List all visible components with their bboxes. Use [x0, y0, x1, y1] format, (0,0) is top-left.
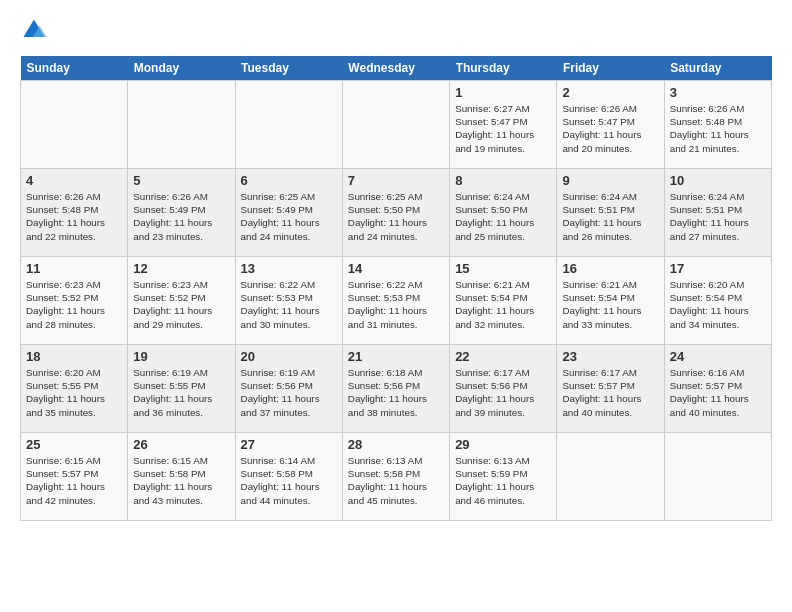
day-info: Sunrise: 6:24 AM Sunset: 5:51 PM Dayligh…: [670, 190, 766, 243]
logo: [20, 16, 52, 44]
calendar-cell: 11Sunrise: 6:23 AM Sunset: 5:52 PM Dayli…: [21, 257, 128, 345]
day-number: 17: [670, 261, 766, 276]
calendar-cell: 24Sunrise: 6:16 AM Sunset: 5:57 PM Dayli…: [664, 345, 771, 433]
calendar-cell: 26Sunrise: 6:15 AM Sunset: 5:58 PM Dayli…: [128, 433, 235, 521]
calendar-cell: 8Sunrise: 6:24 AM Sunset: 5:50 PM Daylig…: [450, 169, 557, 257]
day-info: Sunrise: 6:22 AM Sunset: 5:53 PM Dayligh…: [241, 278, 337, 331]
day-number: 15: [455, 261, 551, 276]
weekday-header-sunday: Sunday: [21, 56, 128, 81]
calendar-cell: 3Sunrise: 6:26 AM Sunset: 5:48 PM Daylig…: [664, 81, 771, 169]
day-number: 6: [241, 173, 337, 188]
day-number: 12: [133, 261, 229, 276]
day-number: 24: [670, 349, 766, 364]
calendar-cell: [557, 433, 664, 521]
calendar-cell: 13Sunrise: 6:22 AM Sunset: 5:53 PM Dayli…: [235, 257, 342, 345]
day-number: 28: [348, 437, 444, 452]
weekday-header-friday: Friday: [557, 56, 664, 81]
calendar-cell: 10Sunrise: 6:24 AM Sunset: 5:51 PM Dayli…: [664, 169, 771, 257]
day-number: 29: [455, 437, 551, 452]
calendar-cell: 12Sunrise: 6:23 AM Sunset: 5:52 PM Dayli…: [128, 257, 235, 345]
day-number: 27: [241, 437, 337, 452]
day-info: Sunrise: 6:23 AM Sunset: 5:52 PM Dayligh…: [133, 278, 229, 331]
day-info: Sunrise: 6:15 AM Sunset: 5:57 PM Dayligh…: [26, 454, 122, 507]
calendar-cell: 1Sunrise: 6:27 AM Sunset: 5:47 PM Daylig…: [450, 81, 557, 169]
day-number: 1: [455, 85, 551, 100]
day-info: Sunrise: 6:27 AM Sunset: 5:47 PM Dayligh…: [455, 102, 551, 155]
calendar-cell: [664, 433, 771, 521]
calendar-cell: 9Sunrise: 6:24 AM Sunset: 5:51 PM Daylig…: [557, 169, 664, 257]
day-number: 19: [133, 349, 229, 364]
day-number: 23: [562, 349, 658, 364]
day-info: Sunrise: 6:21 AM Sunset: 5:54 PM Dayligh…: [562, 278, 658, 331]
day-info: Sunrise: 6:24 AM Sunset: 5:51 PM Dayligh…: [562, 190, 658, 243]
day-info: Sunrise: 6:13 AM Sunset: 5:58 PM Dayligh…: [348, 454, 444, 507]
day-info: Sunrise: 6:26 AM Sunset: 5:47 PM Dayligh…: [562, 102, 658, 155]
day-info: Sunrise: 6:26 AM Sunset: 5:48 PM Dayligh…: [670, 102, 766, 155]
day-number: 3: [670, 85, 766, 100]
weekday-header-monday: Monday: [128, 56, 235, 81]
calendar-body: 1Sunrise: 6:27 AM Sunset: 5:47 PM Daylig…: [21, 81, 772, 521]
calendar-cell: 22Sunrise: 6:17 AM Sunset: 5:56 PM Dayli…: [450, 345, 557, 433]
day-info: Sunrise: 6:17 AM Sunset: 5:57 PM Dayligh…: [562, 366, 658, 419]
day-info: Sunrise: 6:20 AM Sunset: 5:54 PM Dayligh…: [670, 278, 766, 331]
calendar-week-1: 1Sunrise: 6:27 AM Sunset: 5:47 PM Daylig…: [21, 81, 772, 169]
day-info: Sunrise: 6:25 AM Sunset: 5:50 PM Dayligh…: [348, 190, 444, 243]
day-number: 21: [348, 349, 444, 364]
day-info: Sunrise: 6:20 AM Sunset: 5:55 PM Dayligh…: [26, 366, 122, 419]
day-info: Sunrise: 6:23 AM Sunset: 5:52 PM Dayligh…: [26, 278, 122, 331]
day-info: Sunrise: 6:26 AM Sunset: 5:49 PM Dayligh…: [133, 190, 229, 243]
calendar-week-3: 11Sunrise: 6:23 AM Sunset: 5:52 PM Dayli…: [21, 257, 772, 345]
calendar-cell: 6Sunrise: 6:25 AM Sunset: 5:49 PM Daylig…: [235, 169, 342, 257]
day-info: Sunrise: 6:15 AM Sunset: 5:58 PM Dayligh…: [133, 454, 229, 507]
calendar-cell: 27Sunrise: 6:14 AM Sunset: 5:58 PM Dayli…: [235, 433, 342, 521]
day-info: Sunrise: 6:19 AM Sunset: 5:55 PM Dayligh…: [133, 366, 229, 419]
day-info: Sunrise: 6:14 AM Sunset: 5:58 PM Dayligh…: [241, 454, 337, 507]
day-number: 13: [241, 261, 337, 276]
calendar-cell: 28Sunrise: 6:13 AM Sunset: 5:58 PM Dayli…: [342, 433, 449, 521]
calendar-cell: 2Sunrise: 6:26 AM Sunset: 5:47 PM Daylig…: [557, 81, 664, 169]
day-number: 11: [26, 261, 122, 276]
day-info: Sunrise: 6:24 AM Sunset: 5:50 PM Dayligh…: [455, 190, 551, 243]
day-info: Sunrise: 6:25 AM Sunset: 5:49 PM Dayligh…: [241, 190, 337, 243]
calendar-week-4: 18Sunrise: 6:20 AM Sunset: 5:55 PM Dayli…: [21, 345, 772, 433]
day-info: Sunrise: 6:26 AM Sunset: 5:48 PM Dayligh…: [26, 190, 122, 243]
calendar-header: SundayMondayTuesdayWednesdayThursdayFrid…: [21, 56, 772, 81]
calendar-cell: 29Sunrise: 6:13 AM Sunset: 5:59 PM Dayli…: [450, 433, 557, 521]
logo-icon: [20, 16, 48, 44]
day-number: 4: [26, 173, 122, 188]
day-number: 5: [133, 173, 229, 188]
day-number: 18: [26, 349, 122, 364]
calendar-week-5: 25Sunrise: 6:15 AM Sunset: 5:57 PM Dayli…: [21, 433, 772, 521]
weekday-header-tuesday: Tuesday: [235, 56, 342, 81]
calendar-cell: 17Sunrise: 6:20 AM Sunset: 5:54 PM Dayli…: [664, 257, 771, 345]
calendar-cell: 4Sunrise: 6:26 AM Sunset: 5:48 PM Daylig…: [21, 169, 128, 257]
day-info: Sunrise: 6:13 AM Sunset: 5:59 PM Dayligh…: [455, 454, 551, 507]
calendar-cell: 14Sunrise: 6:22 AM Sunset: 5:53 PM Dayli…: [342, 257, 449, 345]
day-number: 20: [241, 349, 337, 364]
calendar-cell: 16Sunrise: 6:21 AM Sunset: 5:54 PM Dayli…: [557, 257, 664, 345]
day-info: Sunrise: 6:17 AM Sunset: 5:56 PM Dayligh…: [455, 366, 551, 419]
calendar-cell: [235, 81, 342, 169]
day-info: Sunrise: 6:22 AM Sunset: 5:53 PM Dayligh…: [348, 278, 444, 331]
day-info: Sunrise: 6:19 AM Sunset: 5:56 PM Dayligh…: [241, 366, 337, 419]
day-number: 2: [562, 85, 658, 100]
weekday-header-thursday: Thursday: [450, 56, 557, 81]
day-info: Sunrise: 6:21 AM Sunset: 5:54 PM Dayligh…: [455, 278, 551, 331]
day-number: 14: [348, 261, 444, 276]
calendar-cell: [21, 81, 128, 169]
day-info: Sunrise: 6:18 AM Sunset: 5:56 PM Dayligh…: [348, 366, 444, 419]
day-number: 25: [26, 437, 122, 452]
calendar-cell: [128, 81, 235, 169]
calendar-cell: 18Sunrise: 6:20 AM Sunset: 5:55 PM Dayli…: [21, 345, 128, 433]
day-number: 10: [670, 173, 766, 188]
calendar-cell: [342, 81, 449, 169]
day-number: 9: [562, 173, 658, 188]
calendar-cell: 19Sunrise: 6:19 AM Sunset: 5:55 PM Dayli…: [128, 345, 235, 433]
calendar-week-2: 4Sunrise: 6:26 AM Sunset: 5:48 PM Daylig…: [21, 169, 772, 257]
page-header: [20, 16, 772, 44]
calendar-cell: 25Sunrise: 6:15 AM Sunset: 5:57 PM Dayli…: [21, 433, 128, 521]
calendar-cell: 23Sunrise: 6:17 AM Sunset: 5:57 PM Dayli…: [557, 345, 664, 433]
day-number: 7: [348, 173, 444, 188]
weekday-header-row: SundayMondayTuesdayWednesdayThursdayFrid…: [21, 56, 772, 81]
calendar-cell: 21Sunrise: 6:18 AM Sunset: 5:56 PM Dayli…: [342, 345, 449, 433]
